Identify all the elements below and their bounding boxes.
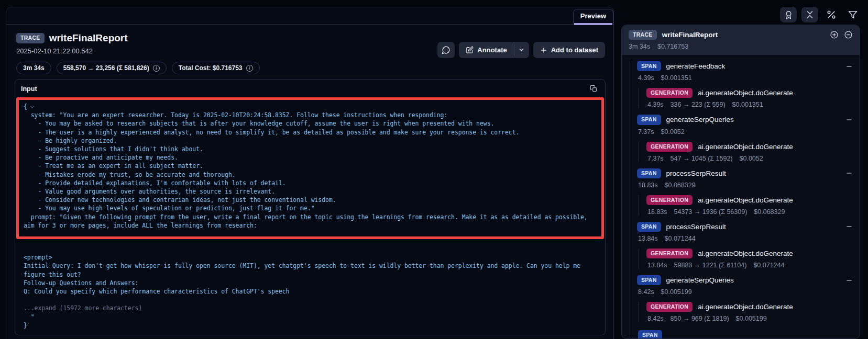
minus-icon (845, 170, 853, 177)
trace-type-badge: TRACE (16, 33, 45, 43)
collapse-node-button[interactable] (845, 170, 853, 177)
annotate-dropdown-button[interactable] (514, 42, 529, 58)
generation-cost: $0.005199 (736, 315, 767, 322)
tree-span-row[interactable]: SPAN processSerpResult (637, 168, 853, 178)
span-type-badge: SPAN (637, 275, 661, 285)
filter-button[interactable] (844, 7, 861, 22)
span-metrics: 13.84s $0.071244 (637, 235, 853, 242)
expand-more-link[interactable]: ...expand (15972 more characters) (24, 304, 597, 312)
total-cost-pill[interactable]: Total Cost: $0.716753 i (172, 62, 260, 74)
json-collapse-chevron-icon[interactable] (29, 104, 35, 110)
info-icon: i (153, 65, 160, 72)
span-name: generateSerpQueries (666, 116, 734, 123)
code-line: <prompt> (24, 253, 597, 262)
generation-metrics: 18.83s 54373 → 1936 (Σ 56309) $0.068329 (646, 208, 853, 216)
collapse-node-button[interactable] (845, 63, 853, 70)
tree-generation-block: GENERATION ai.generateObject.doGenerate … (639, 302, 853, 322)
annotation-queue-button[interactable] (780, 7, 797, 22)
latency-pill: 3m 34s (16, 62, 51, 74)
tree-span-block: SPAN processSerpResult 13.84s $0.071244 … (637, 222, 853, 269)
tree-generation-row[interactable]: GENERATION ai.generateObject.doGenerate (646, 248, 853, 258)
collapse-all-button[interactable] (844, 30, 853, 39)
span-latency: 18.83s (638, 182, 658, 189)
add-to-dataset-label: Add to dataset (551, 46, 598, 54)
span-metrics: 8.42s $0.005199 (637, 288, 853, 296)
code-line: - Be highly organized. (24, 137, 597, 145)
tree-generation-row[interactable]: GENERATION ai.generateObject.doGenerate (646, 195, 853, 205)
input-json-continuation: <prompt>Initial Query: I don't get how w… (15, 239, 605, 335)
span-latency: 8.42s (638, 288, 654, 296)
minus-icon (845, 63, 853, 70)
add-to-dataset-button[interactable]: Add to dataset (533, 42, 605, 58)
span-type-badge: SPAN (637, 61, 661, 71)
span-metrics: 4.39s $0.001351 (637, 74, 853, 82)
tab-preview[interactable]: Preview (573, 9, 613, 25)
generation-cost: $0.0052 (740, 155, 763, 162)
tree-span-row[interactable]: SPAN generateSerpQueries (637, 115, 853, 125)
span-name: generateFeedback (666, 62, 726, 70)
generation-latency: 8.42s (647, 315, 664, 322)
code-line: } (24, 321, 597, 330)
trace-tree: SPAN generateFeedback 4.39s $0.001351 GE… (630, 61, 860, 339)
span-cost: $0.0052 (661, 128, 685, 135)
span-cost: $0.068329 (665, 182, 696, 189)
trace-cost: $0.716753 (657, 43, 688, 50)
generation-name: ai.generateObject.doGenerate (698, 143, 793, 151)
span-name: processSerpResult (666, 223, 726, 231)
token-usage-pill[interactable]: 558,570 → 23,256 (Σ 581,826) i (57, 62, 167, 74)
collapse-icon (805, 10, 815, 19)
trace-header: TRACE writeFinalReport 2025-02-10 21:22:… (6, 25, 613, 74)
tree-generation-row[interactable]: GENERATION ai.generateObject.doGenerate (646, 88, 853, 98)
code-line: " (24, 313, 597, 321)
span-metrics: 18.83s $0.068329 (637, 182, 853, 189)
tree-span-block: SPAN generateSerpQueries 8.42s $0.005199… (637, 275, 853, 322)
span-latency: 7.37s (638, 128, 654, 135)
generation-latency: 18.83s (647, 208, 667, 216)
span-latency: 4.39s (638, 74, 654, 82)
generation-tokens: 59883 → 1221 (Σ 61104) (674, 262, 747, 269)
tree-span-row[interactable]: SPAN generateFeedback (637, 61, 853, 71)
total-cost-value: Total Cost: $0.716753 (179, 64, 243, 72)
tree-span-row-partial[interactable]: SPAN (637, 330, 853, 339)
generation-type-badge: GENERATION (646, 195, 693, 205)
preview-tabbar: Preview (6, 7, 613, 25)
generation-type-badge: GENERATION (646, 142, 693, 152)
annotate-label: Annotate (477, 46, 507, 54)
generation-type-badge: GENERATION (646, 88, 693, 98)
collapse-node-button[interactable] (845, 223, 853, 230)
tree-generation-block: GENERATION ai.generateObject.doGenerate … (639, 248, 853, 269)
collapse-panel-button[interactable] (801, 7, 818, 22)
minus-icon (845, 116, 853, 123)
tree-span-row[interactable]: SPAN generateSerpQueries (637, 275, 853, 285)
tree-generation-block: GENERATION ai.generateObject.doGenerate … (639, 88, 853, 108)
copy-icon (590, 85, 598, 93)
tree-generation-row[interactable]: GENERATION ai.generateObject.doGenerate (646, 302, 853, 312)
expand-all-button[interactable] (830, 30, 839, 39)
generation-metrics: 4.39s 336 → 223 (Σ 559) $0.001351 (646, 101, 853, 108)
tree-trace-row[interactable]: TRACE writeFinalReport 3m 34s $0.716753 (622, 25, 860, 55)
comment-button[interactable] (437, 42, 455, 58)
percent-toggle-button[interactable] (823, 7, 840, 22)
trace-timestamp: 2025-02-10 21:22:00.542 (16, 47, 260, 55)
trace-title: writeFinalReport (49, 32, 128, 44)
generation-latency: 4.39s (647, 101, 664, 108)
copy-input-button[interactable] (589, 84, 599, 94)
generation-cost: $0.068329 (754, 208, 785, 216)
percent-icon (826, 9, 837, 20)
generation-metrics: 7.37s 547 → 1045 (Σ 1592) $0.0052 (646, 155, 853, 162)
collapse-node-button[interactable] (845, 116, 853, 123)
tree-generation-row[interactable]: GENERATION ai.generateObject.doGenerate (646, 142, 853, 152)
tree-generation-block: GENERATION ai.generateObject.doGenerate … (639, 142, 853, 162)
collapse-node-button[interactable] (845, 277, 853, 284)
code-line (24, 245, 597, 253)
tree-span-block: SPAN generateFeedback 4.39s $0.001351 GE… (637, 61, 853, 108)
generation-cost: $0.071244 (753, 262, 784, 269)
code-line: - You may be asked to research subjects … (24, 119, 597, 128)
annotate-button[interactable]: Annotate (459, 42, 513, 58)
token-usage-value: 558,570 → 23,256 (Σ 581,826) (63, 64, 149, 72)
tree-span-row[interactable]: SPAN processSerpResult (637, 222, 853, 232)
highlighted-input-json[interactable]: { system: "You are an expert researcher.… (16, 97, 604, 239)
span-name: processSerpResult (666, 170, 726, 177)
span-cost: $0.001351 (661, 74, 692, 82)
code-line: - Be proactive and anticipate my needs. (24, 153, 597, 162)
